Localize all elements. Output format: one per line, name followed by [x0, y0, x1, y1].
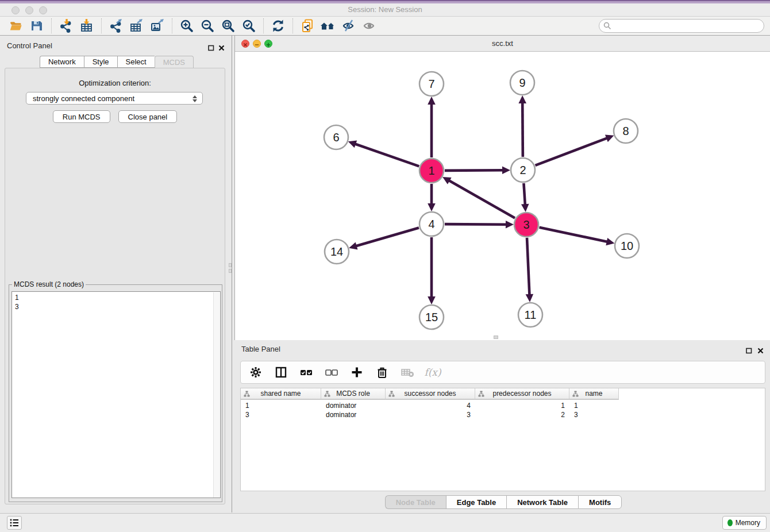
column-header-predecessor-nodes[interactable]: predecessor nodes [475, 388, 569, 400]
edge-4-3[interactable] [445, 224, 507, 225]
delete-table-icon[interactable] [399, 364, 415, 380]
task-history-button[interactable] [7, 516, 22, 530]
network-window-titlebar[interactable]: scc.txt [235, 36, 770, 52]
edge-2-8[interactable] [536, 138, 608, 165]
node-label-4: 4 [428, 218, 434, 230]
node-label-6: 6 [333, 131, 339, 144]
search-field[interactable] [599, 19, 764, 33]
table-row[interactable]: 3dominator323 [241, 410, 619, 419]
mcds-result-line: 1 [12, 292, 220, 302]
edge-2-9[interactable] [522, 102, 523, 157]
close-panel-button[interactable]: Close panel [118, 110, 178, 123]
unselect-all-columns-icon[interactable] [324, 364, 340, 380]
export-table-icon[interactable] [126, 17, 147, 34]
node-label-10: 10 [621, 240, 633, 252]
vertical-splitter[interactable] [232, 36, 232, 512]
delete-column-icon[interactable] [374, 364, 390, 380]
tab-network[interactable]: Network [40, 56, 84, 68]
node-label-15: 15 [425, 311, 438, 323]
float-table-panel-icon[interactable] [746, 346, 752, 356]
cell-successor-nodes[interactable]: 3 [386, 410, 475, 419]
node-label-14: 14 [330, 245, 343, 258]
tab-motifs[interactable]: Motifs [578, 495, 622, 509]
cell-MCDS-role[interactable]: dominator [321, 401, 386, 410]
edge-arrow-1-2 [502, 166, 510, 174]
cell-name[interactable]: 3 [569, 410, 619, 419]
zoom-out-icon[interactable] [197, 17, 218, 34]
control-panel-title: Control Panel [7, 41, 52, 50]
show-columns-icon[interactable] [273, 364, 289, 380]
cell-MCDS-role[interactable]: dominator [321, 410, 386, 419]
optimization-criterion-dropdown[interactable]: strongly connected component [26, 92, 203, 105]
cell-name[interactable]: 1 [569, 401, 619, 410]
float-panel-icon[interactable] [208, 43, 214, 53]
column-header-shared-name[interactable]: shared name [241, 388, 321, 400]
edge-arrow-4-3 [506, 221, 514, 229]
zoom-in-icon[interactable] [176, 17, 197, 34]
column-header-successor-nodes[interactable]: successor nodes [386, 388, 475, 400]
edge-arrow-1-6 [348, 140, 357, 148]
edge-3-11[interactable] [527, 238, 529, 295]
tab-edge-table[interactable]: Edge Table [446, 495, 506, 509]
toolbar-separator [263, 18, 264, 33]
result-scrollbar[interactable] [213, 292, 220, 498]
refresh-layout-icon[interactable] [268, 17, 288, 34]
edge-1-2[interactable] [445, 170, 503, 171]
cell-predecessor-nodes[interactable]: 2 [475, 410, 569, 419]
mcds-result-title: MCDS result (2 nodes) [12, 280, 86, 288]
add-column-icon[interactable] [349, 364, 365, 380]
close-panel-icon[interactable] [218, 43, 225, 53]
import-table-icon[interactable] [76, 17, 97, 34]
tab-mcds[interactable]: MCDS [155, 56, 194, 68]
node-table[interactable]: shared nameMCDS rolesuccessor nodesprede… [240, 388, 765, 491]
network-window-title: scc.txt [235, 39, 770, 48]
first-neighbors-icon[interactable] [318, 17, 338, 34]
function-builder-icon[interactable]: f(x) [425, 364, 441, 380]
optimization-criterion-label: Optimization criterion: [5, 79, 225, 87]
network-resize-grip[interactable] [494, 336, 498, 339]
column-header-name[interactable]: name [569, 388, 619, 400]
tab-node-table[interactable]: Node Table [385, 495, 446, 509]
zoom-selected-icon[interactable] [238, 17, 259, 34]
edge-2-3[interactable] [523, 183, 525, 205]
export-image-icon[interactable] [147, 17, 168, 34]
search-input[interactable] [614, 22, 757, 30]
edge-arrow-4-15 [428, 296, 436, 304]
toolbar-separator [172, 18, 172, 33]
show-all-icon[interactable] [359, 17, 380, 34]
settings-gear-icon[interactable] [248, 364, 264, 380]
hierarchy-icon [478, 391, 484, 397]
cell-shared-name[interactable]: 1 [241, 401, 321, 410]
import-network-icon[interactable] [56, 17, 76, 34]
mcds-result-textarea[interactable]: 13 [11, 291, 221, 498]
zoom-fit-icon[interactable] [218, 17, 238, 34]
control-panel-tabs: NetworkStyleSelectMCDS [5, 56, 229, 68]
run-mcds-button[interactable]: Run MCDS [53, 110, 110, 123]
tab-network-table[interactable]: Network Table [506, 495, 578, 509]
select-all-columns-icon[interactable] [298, 364, 314, 380]
network-canvas[interactable]: 7968124314101511 [235, 52, 770, 340]
table-row[interactable]: 1dominator411 [241, 401, 619, 410]
tab-style[interactable]: Style [84, 56, 117, 68]
close-table-panel-icon[interactable] [757, 346, 764, 356]
hide-selected-icon[interactable] [338, 17, 359, 34]
hierarchy-icon [244, 391, 250, 397]
tab-select[interactable]: Select [117, 56, 155, 68]
save-session-icon[interactable] [26, 17, 47, 34]
open-session-icon[interactable] [6, 17, 26, 34]
network-graph[interactable]: 7968124314101511 [235, 52, 770, 340]
mcds-result-line: 3 [12, 302, 220, 311]
edge-1-6[interactable] [355, 144, 419, 166]
edge-3-1[interactable] [449, 180, 515, 218]
cell-shared-name[interactable]: 3 [241, 410, 321, 419]
cell-predecessor-nodes[interactable]: 1 [475, 401, 569, 410]
edge-3-10[interactable] [540, 228, 608, 242]
memory-button[interactable]: Memory [722, 516, 767, 530]
export-network-icon[interactable] [106, 17, 126, 34]
column-header-MCDS-role[interactable]: MCDS role [321, 388, 386, 400]
edge-4-14[interactable] [356, 228, 419, 246]
control-panel: Control Panel NetworkStyleSelectMCDS Opt… [5, 40, 229, 506]
clone-network-icon[interactable] [297, 17, 318, 34]
cell-successor-nodes[interactable]: 4 [386, 401, 475, 410]
splitter-grip[interactable] [229, 263, 232, 275]
